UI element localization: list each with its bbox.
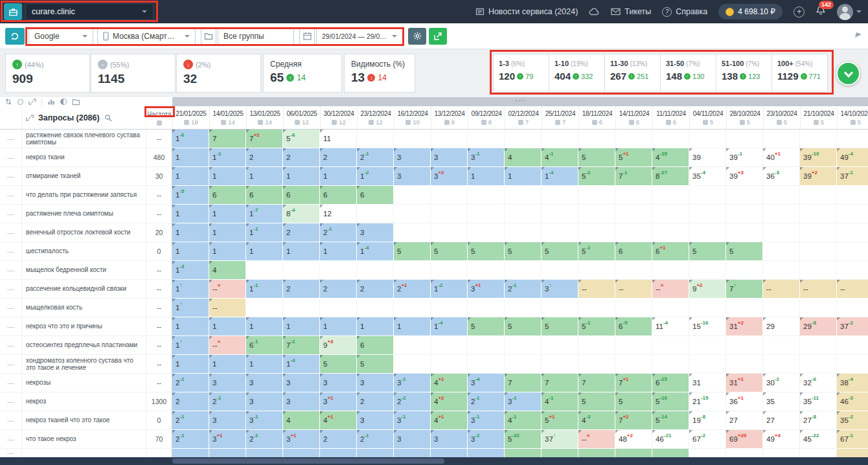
position-cell[interactable]: 4-35 [652,148,689,167]
position-cell[interactable] [615,261,652,280]
position-cell[interactable]: 15-16 [689,317,726,336]
position-cell[interactable]: 2-1 [172,374,209,392]
position-cell[interactable] [578,223,615,242]
position-cell[interactable] [505,223,542,242]
query-cell[interactable]: рассечение кольцевидной связки [22,280,146,299]
position-cell[interactable]: 7+1 [615,374,652,392]
date-column-header[interactable]: 06/01/202512 [283,106,320,129]
user-menu[interactable] [837,4,862,20]
position-cell[interactable] [652,449,689,457]
position-cell[interactable]: 27 [726,411,763,430]
position-cell[interactable]: 1 [172,317,209,336]
position-cell[interactable]: 3 [246,392,283,411]
position-cell[interactable]: 5-1 [578,242,615,261]
query-cell[interactable] [22,449,146,457]
date-column-header[interactable]: 21/10/20245 [800,106,837,129]
position-cell[interactable]: 2 [320,280,357,299]
position-cell[interactable]: 5 [468,242,505,261]
position-cell[interactable] [763,242,800,261]
position-cell[interactable]: 2-1 [468,392,505,411]
contrast-icon[interactable] [60,98,67,105]
bucket-card[interactable]: 100+(54%)1129771 [771,54,828,93]
position-cell[interactable] [837,449,868,457]
position-cell[interactable]: 1 [172,148,209,167]
position-cell[interactable] [431,223,468,242]
position-cell[interactable]: 5+1 [615,148,652,167]
position-cell[interactable]: 1 [209,223,246,242]
position-cell[interactable]: 31 [689,374,726,392]
position-cell[interactable]: 6 [357,336,394,355]
refresh-button[interactable] [5,28,25,45]
position-cell[interactable] [578,130,615,148]
position-cell[interactable]: 3↑ [542,280,578,299]
position-cell[interactable] [726,336,763,355]
position-cell[interactable] [800,242,837,261]
position-cell[interactable] [542,130,578,148]
cloud-sync-button[interactable] [589,7,600,16]
position-cell[interactable]: 11 [320,130,357,148]
date-column-header[interactable]: 18/11/20246 [578,106,615,129]
position-cell[interactable]: 5 [578,392,615,411]
position-cell[interactable]: 2-2 [394,392,431,411]
position-cell[interactable]: 3-1 [394,411,431,430]
query-cell[interactable]: некроз ткани [22,148,146,167]
position-cell[interactable] [468,299,505,317]
position-cell[interactable] [800,336,837,355]
row-drag-handle[interactable] [0,261,22,280]
position-cell[interactable] [726,449,763,457]
position-cell[interactable]: 2 [246,148,283,167]
position-cell[interactable] [763,186,800,205]
position-cell[interactable] [689,299,726,317]
query-cell[interactable]: некрозы [22,374,146,392]
position-cell[interactable]: 3 [394,167,431,186]
groups-folder-button[interactable] [201,28,216,45]
collapse-pin-icon[interactable] [854,30,863,41]
frequency-column-header[interactable]: Частота [146,111,172,126]
projects-home-button[interactable] [4,3,22,20]
position-cell[interactable]: 2 [357,392,394,411]
position-cell[interactable]: 2 [283,280,320,299]
position-cell[interactable] [615,205,652,223]
position-cell[interactable] [394,186,431,205]
position-cell[interactable] [357,449,394,457]
position-cell[interactable]: 1↑ [172,336,209,355]
position-cell[interactable] [505,186,542,205]
position-cell[interactable]: 3+2 [431,167,468,186]
date-column-header[interactable]: 11/11/20246 [652,106,689,129]
position-cell[interactable]: 6+1 [652,242,689,261]
position-cell[interactable]: 1-5 [172,186,209,205]
position-cell[interactable] [431,299,468,317]
position-cell[interactable]: 2 [357,280,394,299]
position-cell[interactable] [246,261,283,280]
date-column-header[interactable]: 13/12/20248 [431,106,468,129]
position-cell[interactable]: 11-4 [652,317,689,336]
position-cell[interactable] [726,186,763,205]
position-cell[interactable] [320,449,357,457]
position-cell[interactable]: 4+1 [431,374,468,392]
position-cell[interactable]: 4-1 [505,411,542,430]
position-cell[interactable] [468,355,505,374]
position-cell[interactable] [172,449,209,457]
position-cell[interactable]: 3-1 [468,148,505,167]
position-cell[interactable]: 3 [209,374,246,392]
bottom-scrollbar-thumb[interactable] [172,459,444,464]
position-cell[interactable]: 3-1 [505,392,542,411]
position-cell[interactable]: 31+1 [726,374,763,392]
position-cell[interactable]: 1 [209,355,246,374]
position-cell[interactable]: -- [578,280,615,299]
position-cell[interactable] [763,336,800,355]
position-cell[interactable]: 5 [578,148,615,167]
date-range-select[interactable]: 29/01/2024 — 29/01/2025 [316,28,403,45]
position-cell[interactable]: 39+2 [800,167,837,186]
position-cell[interactable]: 7↑ [726,280,763,299]
row-drag-handle[interactable] [0,411,22,430]
balance[interactable]: 4 698.10 ₽ [718,4,782,19]
position-cell[interactable] [542,205,578,223]
position-cell[interactable]: 1-1 [209,148,246,167]
position-cell[interactable]: 1-1 [246,280,283,299]
position-cell[interactable]: 35-4 [689,167,726,186]
position-cell[interactable]: --× [209,336,246,355]
position-cell[interactable] [763,449,800,457]
position-cell[interactable]: 4 [283,411,320,430]
position-cell[interactable]: 1↑ [172,280,209,299]
